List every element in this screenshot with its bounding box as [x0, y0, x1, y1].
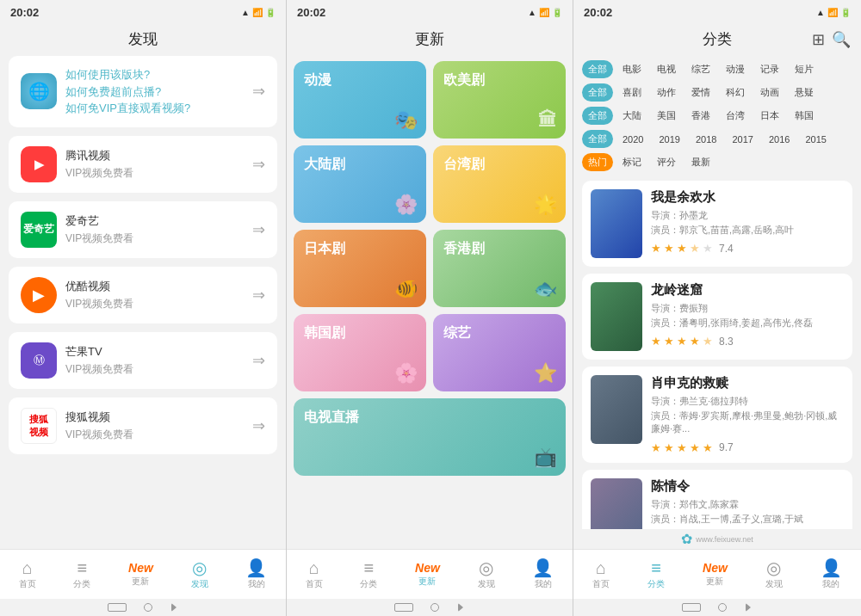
filter-2020[interactable]: 2020 — [616, 132, 649, 147]
tile-zongyi[interactable]: 综艺 ⭐ — [433, 314, 566, 391]
square-btn-3[interactable] — [682, 603, 701, 612]
filter-action[interactable]: 动作 — [651, 83, 682, 102]
movie-item-1[interactable]: 我是余欢水 导演：孙墨龙 演员：郭京飞,苗苗,高露,岳旸,高叶 ★ ★ ★ ★ … — [582, 181, 852, 267]
nav-home-3[interactable]: ⌂ 首页 — [592, 559, 610, 590]
star1: ★ — [651, 242, 661, 255]
page-title-discover: 发现 — [0, 24, 286, 56]
category-icon-3: ≡ — [651, 559, 661, 576]
nav-mine-2[interactable]: 👤 我的 — [532, 559, 554, 590]
nav-update-3[interactable]: New 更新 — [703, 562, 728, 588]
filter-tv[interactable]: 电视 — [651, 60, 682, 78]
tile-korea[interactable]: 韩国剧 🌸 — [294, 314, 426, 391]
nav-home-2[interactable]: ⌂ 首页 — [306, 559, 323, 590]
tile-dalu[interactable]: 大陆剧 🌸 — [294, 145, 426, 223]
filter-scifi[interactable]: 科幻 — [720, 83, 751, 102]
filter-2018[interactable]: 2018 — [690, 132, 722, 147]
nav-mine-1[interactable]: 👤 我的 — [245, 559, 267, 590]
filter-2019[interactable]: 2019 — [653, 132, 685, 147]
signal-icon: 📶 — [252, 8, 263, 17]
tile-taiwan[interactable]: 台湾剧 🌟 — [433, 145, 566, 223]
filter-all-3[interactable]: 全部 — [582, 107, 613, 125]
status-bar-3: 20:02 ▲ 📶 🔋 — [573, 0, 861, 24]
filter-kr[interactable]: 韩国 — [789, 107, 820, 125]
service-iqiyi[interactable]: 爱奇艺 爱奇艺 VIP视频免费看 ⇒ — [9, 201, 277, 258]
battery-icon: 🔋 — [265, 8, 276, 17]
back-btn-2[interactable] — [458, 603, 463, 612]
filter-anim[interactable]: 动画 — [754, 83, 785, 102]
filter-us[interactable]: 美国 — [651, 107, 682, 125]
search-icon[interactable]: 🔍 — [832, 30, 851, 49]
filter-comedy[interactable]: 喜剧 — [616, 83, 647, 102]
circle-btn-3[interactable] — [718, 603, 727, 612]
filter-mark[interactable]: 标记 — [616, 153, 647, 171]
nav-update-1[interactable]: New 更新 — [128, 562, 153, 588]
wifi-icon: ▲ — [241, 8, 250, 17]
service-mango[interactable]: Ⓜ 芒果TV VIP视频免费看 ⇒ — [9, 332, 277, 389]
service-youku[interactable]: ▶ 优酷视频 VIP视频免费看 ⇒ — [9, 267, 277, 323]
back-btn-3[interactable] — [746, 603, 751, 612]
filter-doc[interactable]: 记录 — [754, 60, 785, 78]
square-btn-2[interactable] — [394, 603, 413, 612]
movie-item-3[interactable]: 肖申克的救赎 导演：弗兰克·德拉邦特 演员：蒂姆·罗宾斯,摩根·弗里曼,鲍勃·冈… — [582, 367, 852, 463]
tencent-arrow-icon[interactable]: ⇒ — [252, 155, 265, 174]
back-btn-1[interactable] — [171, 603, 177, 612]
filter-2015[interactable]: 2015 — [799, 132, 832, 147]
movie-item-2[interactable]: 龙岭迷窟 导演：费振翔 演员：潘粤明,张雨绮,姜超,高伟光,佟磊 ★ ★ ★ ★… — [582, 274, 852, 360]
filter-anime[interactable]: 动漫 — [720, 60, 751, 78]
tile-hongkong[interactable]: 香港剧 🐟 — [433, 230, 566, 307]
youku-arrow-icon[interactable]: ⇒ — [252, 286, 265, 305]
tile-oumei[interactable]: 欧美剧 🏛 — [433, 61, 566, 139]
nav-update-2[interactable]: New 更新 — [415, 562, 440, 588]
nav-discover-2[interactable]: ◎ 发现 — [478, 559, 495, 590]
tile-tv[interactable]: 电视直播 📺 — [294, 398, 566, 476]
filter-hot[interactable]: 热门 — [582, 153, 613, 171]
tile-dongman[interactable]: 动漫 🎭 — [294, 61, 426, 139]
circle-btn-1[interactable] — [144, 603, 152, 612]
home-icon-1: ⌂ — [22, 559, 33, 576]
tencent-sub: VIP视频免费看 — [65, 166, 244, 181]
classify-action-icons: ⊞ 🔍 — [812, 30, 851, 49]
circle-btn-2[interactable] — [430, 603, 439, 612]
filter-jp[interactable]: 日本 — [754, 107, 785, 125]
filter-all-4[interactable]: 全部 — [582, 130, 613, 148]
filter-2017[interactable]: 2017 — [726, 132, 759, 147]
filter-newest[interactable]: 最新 — [685, 153, 716, 171]
korea-icon: 🌸 — [394, 362, 418, 385]
grid-icon[interactable]: ⊞ — [812, 30, 825, 49]
filter-mainland[interactable]: 大陆 — [616, 107, 647, 125]
filter-suspense[interactable]: 悬疑 — [789, 83, 820, 102]
sohu-name: 搜狐视频 — [65, 409, 244, 426]
filter-tw[interactable]: 台湾 — [720, 107, 751, 125]
mango-arrow-icon[interactable]: ⇒ — [252, 351, 265, 370]
tencent-icon: ▶ — [21, 146, 57, 182]
filter-movie[interactable]: 电影 — [616, 60, 647, 78]
oumei-label: 欧美剧 — [443, 71, 485, 89]
star5-2: ★ — [703, 335, 713, 348]
square-btn-1[interactable] — [108, 603, 127, 612]
nav-discover-3[interactable]: ◎ 发现 — [765, 559, 783, 590]
nav-home-1[interactable]: ⌂ 首页 — [19, 559, 36, 590]
filter-2016[interactable]: 2016 — [763, 132, 796, 147]
iqiyi-arrow-icon[interactable]: ⇒ — [252, 220, 265, 239]
help-arrow-icon[interactable]: ⇒ — [252, 82, 265, 101]
nav-mine-3[interactable]: 👤 我的 — [821, 559, 842, 590]
movie-item-4[interactable]: 陈情令 导演：郑伟文,陈家霖 演员：肖战,王一博,孟子义,宣璐,于斌 ★ ★ ★… — [582, 470, 852, 529]
nav-category-3[interactable]: ≡ 分类 — [647, 559, 665, 590]
sohu-arrow-icon[interactable]: ⇒ — [252, 416, 265, 435]
nav-category-1[interactable]: ≡ 分类 — [73, 559, 90, 590]
nav-discover-1[interactable]: ◎ 发现 — [191, 559, 208, 590]
tencent-text: 腾讯视频 VIP视频免费看 — [65, 147, 244, 181]
star4-3: ★ — [690, 441, 700, 454]
filter-short[interactable]: 短片 — [789, 60, 820, 78]
tile-japan[interactable]: 日本剧 🐠 — [294, 230, 426, 307]
filter-all-2[interactable]: 全部 — [582, 83, 613, 102]
filter-romance[interactable]: 爱情 — [685, 83, 716, 102]
service-tencent[interactable]: ▶ 腾讯视频 VIP视频免费看 ⇒ — [9, 136, 277, 193]
filter-hk[interactable]: 香港 — [685, 107, 716, 125]
filter-all-1[interactable]: 全部 — [582, 60, 613, 78]
nav-category-2[interactable]: ≡ 分类 — [360, 559, 377, 590]
filter-rating[interactable]: 评分 — [651, 153, 682, 171]
filter-variety[interactable]: 综艺 — [685, 60, 716, 78]
service-sohu[interactable]: 搜狐视频 搜狐视频 VIP视频免费看 ⇒ — [9, 397, 277, 454]
help-card[interactable]: 🌐 如何使用该版块? 如何免费超前点播? 如何免VIP直接观看视频? ⇒ — [9, 56, 277, 127]
